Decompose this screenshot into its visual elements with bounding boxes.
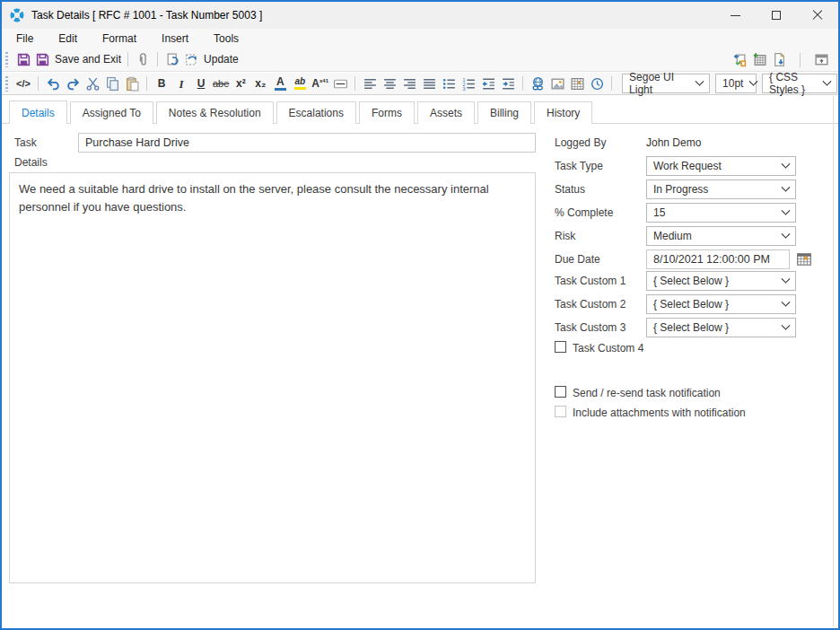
horizontal-rule-button[interactable] [330,74,350,93]
task-type-select[interactable]: Work Request [646,156,796,176]
chevron-down-icon [782,206,791,214]
due-date-calendar-button[interactable] [795,250,812,267]
align-center-button[interactable] [380,74,399,93]
task-custom-4-checkbox[interactable] [555,341,566,353]
font-family-select[interactable]: Segoe UI Light [622,74,710,93]
toolbar-separator [800,53,801,67]
details-textarea[interactable]: We need a suitable hard drive to install… [9,172,536,583]
menu-tools[interactable]: Tools [201,29,251,48]
outdent-button[interactable] [478,74,498,93]
minimize-button[interactable] [714,2,756,29]
task-custom-1-select[interactable]: { Select Below } [646,271,796,291]
charmap-button[interactable]: Ax41 [310,74,330,93]
attachments-button[interactable] [133,49,153,69]
cut-icon [85,76,101,92]
percent-complete-select[interactable]: 15 [646,203,796,223]
tab-history[interactable]: History [534,101,592,124]
toolbar-gripper[interactable] [5,52,8,67]
due-date-input[interactable] [646,249,790,269]
export-page-icon [772,52,787,67]
toolbar-gripper[interactable] [5,76,8,92]
task-custom-3-select[interactable]: { Select Below } [646,318,796,337]
align-right-icon [402,76,417,92]
risk-select[interactable]: Medium [646,226,796,246]
tab-forms[interactable]: Forms [359,101,415,124]
highlight-icon: ab [294,77,306,90]
toolbar-options-button[interactable] [811,50,831,70]
clock-icon [590,76,605,92]
subscript-button[interactable]: x₂ [250,74,270,93]
charmap-icon: Ax41 [311,78,328,89]
paste-button[interactable] [122,74,142,93]
insert-link-button[interactable] [528,74,547,93]
chevron-down-icon [782,297,791,306]
task-input[interactable] [78,133,536,153]
details-tab-content: Task Details We need a suitable hard dri… [2,124,838,628]
export-page-button[interactable] [769,50,789,70]
align-justify-button[interactable] [419,74,439,93]
font-size-select[interactable]: 10pt [715,74,757,93]
save-button[interactable] [13,49,33,69]
chevron-down-icon [749,76,758,85]
status-value: In Progress [653,183,708,196]
menu-file[interactable]: File [4,29,46,48]
align-right-button[interactable] [399,74,419,93]
bullet-list-button[interactable] [439,74,459,93]
add-calendar-button[interactable] [749,50,769,70]
css-styles-select[interactable]: { CSS Styles } [762,74,837,93]
align-justify-icon [422,76,437,92]
indent-button[interactable] [498,74,518,93]
title-bar[interactable]: Task Details [ RFC # 1001 - Task Number … [2,2,838,29]
status-label: Status [555,183,585,196]
update-doc-icon [184,52,199,67]
close-button[interactable] [797,2,838,29]
copy-task-button[interactable] [730,50,749,70]
html-code-button[interactable]: </> [13,74,33,93]
cut-button[interactable] [83,74,102,93]
refresh-task-button[interactable] [162,49,182,69]
task-custom-1-label: Task Custom 1 [555,275,626,287]
redo-button[interactable] [63,74,83,93]
task-custom-2-select[interactable]: { Select Below } [646,294,796,314]
editor-toolbar: </> [2,73,838,95]
main-toolbar: Save and Exit Update [2,48,838,72]
superscript-button[interactable]: x² [231,74,250,93]
undo-button[interactable] [43,74,63,93]
send-notification-checkbox[interactable] [555,386,566,398]
maximize-button[interactable] [756,2,797,29]
strikethrough-button[interactable]: abe [211,74,231,93]
datepicker-icon [796,251,812,267]
menu-insert[interactable]: Insert [149,29,201,48]
tab-billing[interactable]: Billing [477,101,531,124]
align-left-button[interactable] [360,74,380,93]
number-list-button[interactable]: 123 [459,74,478,93]
tab-notes-resolution[interactable]: Notes & Resolution [156,101,274,124]
save-icon [16,52,31,67]
font-color-icon: A [275,76,286,91]
content-right-border [833,96,834,626]
bold-icon: B [158,78,166,89]
tab-escalations[interactable]: Escalations [276,101,356,124]
menu-format[interactable]: Format [90,29,149,48]
chevron-down-icon [782,320,791,329]
insert-table-button[interactable] [567,74,587,93]
insert-image-button[interactable] [547,74,567,93]
save-and-exit-button[interactable]: Save and Exit [33,49,123,69]
tab-assigned-to[interactable]: Assigned To [70,101,153,124]
update-button[interactable]: Update [182,49,241,69]
font-color-button[interactable]: A [270,74,290,93]
tab-details[interactable]: Details [9,101,67,124]
underline-button[interactable]: U [191,74,211,93]
toolbar-separator [354,76,355,91]
bold-button[interactable]: B [152,74,171,93]
copy-button[interactable] [102,74,122,93]
task-custom-3-label: Task Custom 3 [555,321,626,334]
tab-assets[interactable]: Assets [417,101,475,124]
status-select[interactable]: In Progress [646,179,796,199]
insert-time-button[interactable] [587,74,607,93]
due-date-label: Due Date [555,253,600,266]
highlight-button[interactable]: ab [290,74,310,93]
menu-edit[interactable]: Edit [46,29,90,48]
toolbar-separator [157,52,158,66]
italic-button[interactable]: I [171,74,191,93]
